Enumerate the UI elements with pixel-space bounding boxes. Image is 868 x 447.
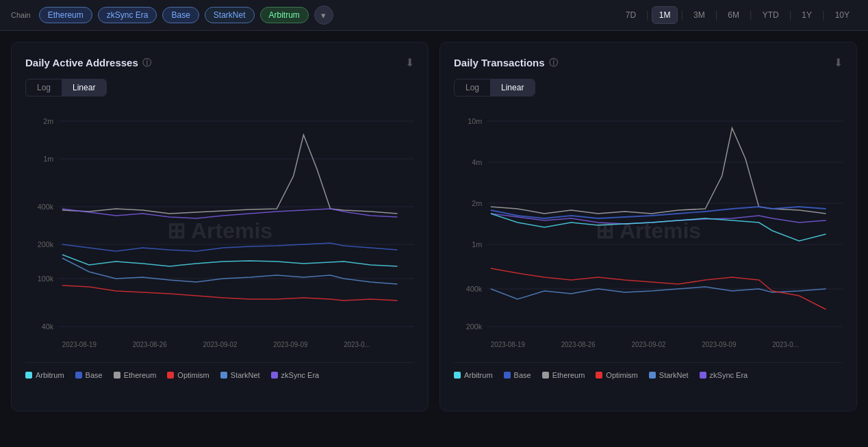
time-btn-3m[interactable]: 3M <box>686 6 713 24</box>
chain-label: Chain <box>11 11 31 19</box>
legend-dot-zksync-right <box>700 372 706 379</box>
left-chart-svg: 2m 1m 400k 200k 100k 40k 2023-08-19 2023… <box>25 107 414 354</box>
chain-filter-section: Chain Ethereum zkSync Era Base StarkNet … <box>11 5 333 25</box>
legend-item-base-left: Base <box>75 371 103 379</box>
legend-item-optimism-left: Optimism <box>167 371 209 379</box>
svg-text:2m: 2m <box>43 117 53 125</box>
right-panel-header: Daily Transactions ⓘ ⬇ <box>454 56 843 69</box>
legend-item-arbitrum-right: Arbitrum <box>454 371 493 379</box>
chain-dropdown-button[interactable]: ▾ <box>314 5 333 25</box>
svg-text:400k: 400k <box>38 203 54 211</box>
linear-btn-left[interactable]: Linear <box>62 79 106 96</box>
svg-text:2023-09-02: 2023-09-02 <box>203 341 238 348</box>
legend-item-ethereum-left: Ethereum <box>114 371 157 379</box>
svg-text:400k: 400k <box>466 285 483 293</box>
scale-toggle-left: Log Linear <box>25 79 107 97</box>
legend-dot-base-left <box>75 372 82 379</box>
time-btn-10y[interactable]: 10Y <box>828 6 857 24</box>
left-chart-panel: Daily Active Addresses ⓘ ⬇ Log Linear ⊞ … <box>11 42 429 411</box>
left-panel-header: Daily Active Addresses ⓘ ⬇ <box>25 56 414 69</box>
chain-pill-arbitrum[interactable]: Arbitrum <box>260 7 309 23</box>
legend-dot-arbitrum-right <box>454 372 461 379</box>
chain-pill-ethereum[interactable]: Ethereum <box>39 7 92 23</box>
svg-text:100k: 100k <box>38 274 54 283</box>
legend-item-arbitrum-left: Arbitrum <box>25 371 64 379</box>
info-icon-left: ⓘ <box>142 57 151 69</box>
svg-text:2023-08-26: 2023-08-26 <box>561 341 596 348</box>
main-content: Daily Active Addresses ⓘ ⬇ Log Linear ⊞ … <box>0 31 868 422</box>
legend-dot-ethereum-left <box>114 372 120 379</box>
legend-dot-starknet-left <box>220 372 227 379</box>
svg-text:2m: 2m <box>472 199 482 207</box>
svg-text:2023-09-09: 2023-09-09 <box>702 341 736 348</box>
download-button-left[interactable]: ⬇ <box>405 56 414 69</box>
right-chart-svg: 10m 4m 2m 1m 400k 200k 2023-08-19 2023-0… <box>454 107 843 354</box>
svg-text:4m: 4m <box>472 158 482 166</box>
left-panel-title: Daily Active Addresses ⓘ <box>25 57 151 69</box>
linear-btn-right[interactable]: Linear <box>490 79 535 96</box>
svg-text:2023-08-26: 2023-08-26 <box>133 341 167 348</box>
svg-text:2023-09-02: 2023-09-02 <box>632 341 666 348</box>
legend-dot-ethereum-right <box>542 372 549 379</box>
left-chart-area: ⊞ Artemis 2m 1m 400k 200k 100k 40k 2023-… <box>25 107 414 354</box>
time-btn-ytd[interactable]: YTD <box>755 6 787 24</box>
chain-pill-base[interactable]: Base <box>162 7 199 23</box>
chevron-down-icon: ▾ <box>321 10 326 21</box>
legend-dot-zksync-left <box>271 372 278 379</box>
right-legend: Arbitrum Base Ethereum Optimism StarkNet… <box>454 362 843 379</box>
right-chart-panel: Daily Transactions ⓘ ⬇ Log Linear ⊞ Arte… <box>439 42 857 411</box>
svg-text:200k: 200k <box>466 322 483 331</box>
svg-text:2023-08-19: 2023-08-19 <box>62 341 97 348</box>
time-filter-section: 7D | 1M | 3M | 6M | YTD | 1Y | 10Y <box>618 6 857 24</box>
legend-item-ethereum-right: Ethereum <box>542 371 585 379</box>
legend-item-base-right: Base <box>504 371 531 379</box>
legend-item-starknet-left: StarkNet <box>220 371 260 379</box>
time-btn-1m[interactable]: 1M <box>652 6 678 24</box>
svg-text:2023-0...: 2023-0... <box>344 341 370 348</box>
info-icon-right: ⓘ <box>549 57 558 69</box>
chain-pill-starknet[interactable]: StarkNet <box>205 7 255 23</box>
svg-text:40k: 40k <box>42 322 54 331</box>
legend-dot-arbitrum-left <box>25 372 32 379</box>
legend-dot-starknet-right <box>649 372 656 379</box>
time-btn-6m[interactable]: 6M <box>720 6 747 24</box>
legend-item-optimism-right: Optimism <box>596 371 637 379</box>
svg-text:1m: 1m <box>43 155 53 163</box>
svg-text:200k: 200k <box>38 240 54 248</box>
legend-dot-optimism-right <box>596 372 602 379</box>
svg-text:2023-08-19: 2023-08-19 <box>491 341 525 348</box>
legend-dot-base-right <box>504 372 511 379</box>
time-btn-7d[interactable]: 7D <box>618 6 643 24</box>
left-legend: Arbitrum Base Ethereum Optimism StarkNet… <box>25 362 414 379</box>
legend-item-zksync-right: zkSync Era <box>700 371 748 379</box>
legend-item-starknet-right: StarkNet <box>649 371 689 379</box>
download-button-right[interactable]: ⬇ <box>834 56 843 69</box>
svg-text:10m: 10m <box>468 117 482 125</box>
legend-item-zksync-left: zkSync Era <box>271 371 320 379</box>
scale-toggle-right: Log Linear <box>454 79 535 97</box>
time-btn-1y[interactable]: 1Y <box>794 6 819 24</box>
svg-text:2023-09-09: 2023-09-09 <box>273 341 307 348</box>
svg-text:1m: 1m <box>472 240 482 248</box>
chain-pill-zksync[interactable]: zkSync Era <box>98 7 157 23</box>
right-chart-area: ⊞ Artemis 10m 4m 2m 1m 400k 200k 2023-08… <box>454 107 843 354</box>
top-bar: Chain Ethereum zkSync Era Base StarkNet … <box>0 0 868 31</box>
log-btn-left[interactable]: Log <box>26 79 62 96</box>
right-panel-title: Daily Transactions ⓘ <box>454 57 558 69</box>
log-btn-right[interactable]: Log <box>455 79 490 96</box>
legend-dot-optimism-left <box>167 372 174 379</box>
svg-text:2023-0...: 2023-0... <box>772 341 799 348</box>
